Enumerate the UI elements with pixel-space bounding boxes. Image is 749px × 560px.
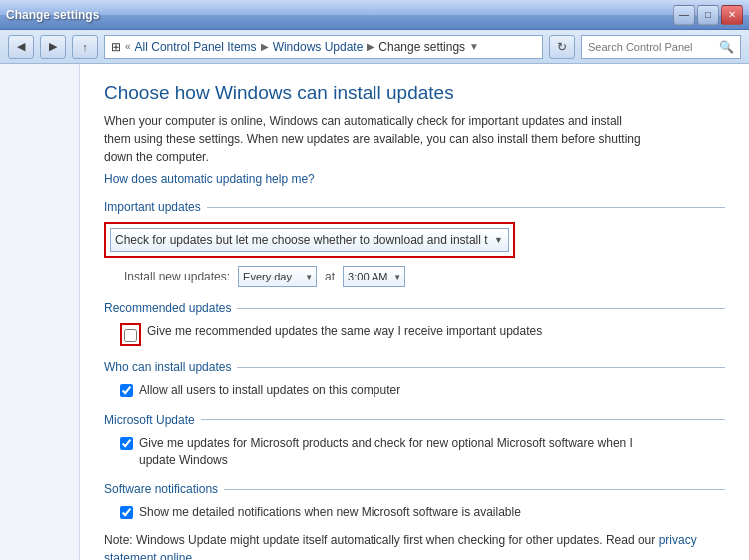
who-install-label[interactable]: Allow all users to install updates on th… (139, 382, 400, 399)
time-select[interactable]: 3:00 AM 4:00 AM 5:00 AM (343, 266, 405, 287)
section-header-who: Who can install updates (104, 360, 725, 374)
close-button[interactable]: ✕ (721, 5, 743, 25)
recommended-checkbox-label[interactable]: Give me recommended updates the same way… (147, 323, 542, 340)
recommended-checkbox-row: Give me recommended updates the same way… (120, 323, 725, 346)
section-microsoft-update: Microsoft Update Give me updates for Mic… (104, 413, 725, 469)
sw-notification-label[interactable]: Show me detailed notifications when new … (139, 504, 521, 521)
addressbar: ◀ ▶ ↑ ⊞ « All Control Panel Items ▶ Wind… (0, 30, 749, 64)
install-label: Install new updates: (124, 270, 230, 283)
sw-notification-checkbox[interactable] (120, 506, 133, 519)
dropdown-container: Check for updates but let me choose whet… (104, 222, 515, 258)
note-text: Note: Windows Update might update itself… (104, 533, 655, 547)
install-row: Install new updates: Every day Every wee… (124, 266, 725, 287)
maximize-button[interactable]: □ (697, 5, 719, 25)
time-wrapper: 3:00 AM 4:00 AM 5:00 AM (343, 266, 405, 287)
main-area: untick this Choose how Windows can insta… (0, 64, 749, 560)
sidebar (0, 64, 80, 560)
window-title: Change settings (6, 8, 99, 22)
breadcrumb-dropdown-icon: ▼ (469, 41, 479, 52)
section-recommended-updates: Recommended updates Give me recommended … (104, 301, 725, 346)
ms-update-row: Give me updates for Microsoft products a… (120, 435, 725, 469)
search-input[interactable] (588, 41, 715, 53)
section-header-recommended: Recommended updates (104, 301, 725, 315)
note-section: Note: Windows Update might update itself… (104, 531, 725, 560)
section-divider-who (237, 367, 725, 368)
titlebar: Change settings — □ ✕ (0, 0, 749, 30)
up-button[interactable]: ↑ (72, 35, 98, 59)
breadcrumb-all-control-panel[interactable]: All Control Panel Items (135, 40, 257, 54)
section-label-important: Important updates (104, 200, 201, 214)
section-label-ms: Microsoft Update (104, 413, 195, 427)
recommended-checkbox-border (120, 323, 141, 346)
description-text: When your computer is online, Windows ca… (104, 112, 643, 166)
breadcrumb-current: Change settings (378, 40, 465, 54)
page-title: Choose how Windows can install updates (104, 82, 725, 104)
who-can-install-row: Allow all users to install updates on th… (120, 382, 725, 399)
breadcrumb-separator-1: ▶ (261, 41, 269, 52)
section-label-sw: Software notifications (104, 482, 218, 496)
breadcrumb-arrow-1: « (125, 41, 131, 52)
breadcrumb-separator-2: ▶ (367, 41, 374, 52)
forward-button[interactable]: ▶ (40, 35, 66, 59)
section-header-ms: Microsoft Update (104, 413, 725, 427)
section-who-can-install: Who can install updates Allow all users … (104, 360, 725, 399)
who-install-checkbox[interactable] (120, 384, 133, 397)
breadcrumb-icon: ⊞ (111, 40, 121, 54)
update-dropdown[interactable]: Check for updates but let me choose whet… (110, 228, 509, 252)
breadcrumb: ⊞ « All Control Panel Items ▶ Windows Up… (104, 35, 543, 59)
section-header-important: Important updates (104, 200, 725, 214)
help-link[interactable]: How does automatic updating help me? (104, 172, 315, 186)
search-icon: 🔍 (719, 40, 734, 54)
section-divider-sw (224, 489, 725, 490)
section-divider-ms (201, 419, 725, 420)
section-label-who: Who can install updates (104, 360, 231, 374)
section-divider-recommended (237, 308, 725, 309)
ms-update-label[interactable]: Give me updates for Microsoft products a… (139, 435, 638, 469)
ms-update-checkbox[interactable] (120, 437, 133, 450)
minimize-button[interactable]: — (673, 5, 695, 25)
refresh-button[interactable]: ↻ (549, 35, 575, 59)
note-period: . (195, 551, 198, 560)
frequency-wrapper: Every day Every week (238, 266, 317, 287)
section-header-sw: Software notifications (104, 482, 725, 496)
search-box: 🔍 (581, 35, 741, 59)
section-label-recommended: Recommended updates (104, 301, 231, 315)
breadcrumb-windows-update[interactable]: Windows Update (273, 40, 364, 54)
content-area: untick this Choose how Windows can insta… (80, 64, 749, 560)
recommended-checkbox[interactable] (124, 329, 137, 342)
section-divider-important (207, 207, 725, 208)
sw-notifications-row: Show me detailed notifications when new … (120, 504, 725, 521)
update-dropdown-wrapper: Check for updates but let me choose whet… (110, 228, 509, 252)
section-important-updates: Important updates Check for updates but … (104, 200, 725, 287)
frequency-select[interactable]: Every day Every week (238, 266, 317, 287)
window-controls: — □ ✕ (673, 5, 743, 25)
section-software-notifications: Software notifications Show me detailed … (104, 482, 725, 521)
back-button[interactable]: ◀ (8, 35, 34, 59)
at-label: at (325, 270, 335, 283)
